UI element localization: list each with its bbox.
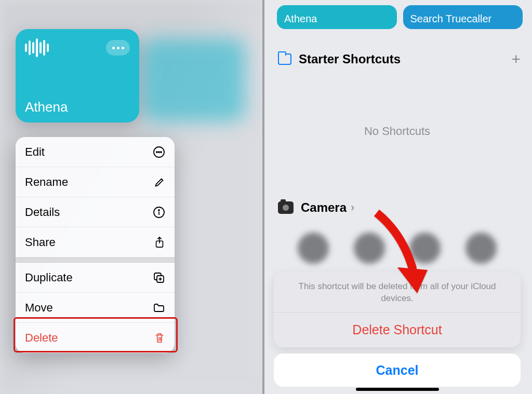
menu-label: Share (25, 236, 56, 249)
adjacent-shortcut-blur (141, 38, 245, 121)
duplicate-icon (153, 271, 165, 284)
blurred-shortcuts-row (285, 233, 509, 269)
svg-point-5 (158, 210, 159, 211)
menu-item-details[interactable]: Details (16, 197, 175, 227)
menu-separator (16, 257, 175, 263)
chip-label: Athena (284, 13, 317, 25)
share-icon (154, 236, 165, 249)
shortcut-placeholder (466, 233, 497, 264)
menu-item-edit[interactable]: Edit (16, 137, 175, 167)
pencil-icon (154, 176, 165, 188)
more-icon[interactable] (106, 40, 130, 56)
camera-label: Camera (301, 200, 347, 215)
svg-point-1 (156, 152, 157, 153)
shortcut-chip-search-truecaller[interactable]: Search Truecaller (403, 5, 523, 29)
shortcut-placeholder (409, 233, 441, 264)
button-label: Cancel (376, 363, 419, 378)
menu-label: Details (25, 206, 60, 219)
action-sheet-message: This shortcut will be deleted from all o… (274, 273, 521, 312)
shortcut-placeholder (298, 233, 329, 264)
camera-icon (278, 201, 294, 214)
menu-label: Delete (25, 331, 58, 345)
panel-divider (262, 0, 264, 394)
plus-icon[interactable]: + (511, 50, 521, 68)
chevron-right-icon: › (351, 201, 354, 214)
shortcut-chip-athena[interactable]: Athena (277, 5, 397, 29)
shortcut-tile-athena[interactable]: Athena (16, 29, 139, 123)
menu-label: Duplicate (25, 271, 73, 284)
folder-icon (278, 53, 291, 65)
waveform-icon (25, 38, 49, 57)
menu-label: Rename (25, 175, 68, 189)
action-sheet-panel: Athena Search Truecaller Starter Shortcu… (262, 0, 532, 394)
menu-item-delete[interactable]: Delete (16, 323, 175, 353)
action-sheet: This shortcut will be deleted from all o… (274, 273, 521, 387)
empty-state-label: No Shortcuts (262, 125, 532, 138)
svg-point-3 (161, 152, 162, 153)
folder-icon (153, 302, 165, 314)
menu-item-duplicate[interactable]: Duplicate (16, 263, 175, 293)
folder-camera[interactable]: Camera › (278, 197, 354, 218)
context-menu-panel: Athena Edit Rename Details Share Duplica… (0, 0, 262, 394)
menu-item-rename[interactable]: Rename (16, 167, 175, 197)
trash-icon (154, 332, 165, 344)
svg-point-2 (158, 152, 159, 153)
info-circle-icon (153, 206, 165, 219)
shortcut-name-label: Athena (25, 99, 130, 115)
menu-label: Move (25, 301, 53, 315)
ellipsis-circle-icon (153, 146, 165, 158)
chip-label: Search Truecaller (410, 13, 492, 25)
menu-item-move[interactable]: Move (16, 293, 175, 323)
menu-item-share[interactable]: Share (16, 227, 175, 257)
delete-shortcut-button[interactable]: Delete Shortcut (274, 312, 521, 347)
context-menu: Edit Rename Details Share Duplicate Move… (16, 137, 175, 353)
button-label: Delete Shortcut (352, 322, 442, 337)
home-indicator[interactable] (356, 388, 439, 391)
cancel-button[interactable]: Cancel (274, 354, 521, 387)
folder-starter-shortcuts[interactable]: Starter Shortcuts + (278, 48, 521, 71)
menu-label: Edit (25, 145, 45, 159)
folder-title: Starter Shortcuts (299, 52, 401, 66)
shortcut-placeholder (354, 233, 385, 264)
